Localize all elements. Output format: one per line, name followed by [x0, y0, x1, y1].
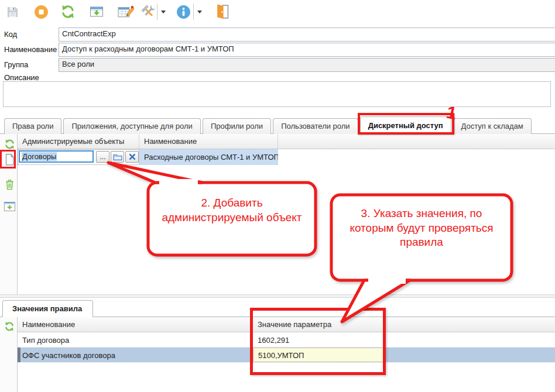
info-dropdown-button[interactable] [195, 2, 204, 21]
code-label: Код [4, 30, 17, 39]
column-header-rule-name[interactable]: Наименование [18, 317, 253, 332]
admin-object-input[interactable]: Договоры [19, 150, 94, 163]
delete-icon [5, 178, 15, 191]
stop-button[interactable] [32, 2, 50, 21]
role-editor-window: Код CntContractExp Наименование Доступ к… [0, 0, 555, 392]
add-table-row-icon [4, 201, 16, 212]
folder-icon [113, 153, 122, 161]
table-edit-icon [118, 5, 134, 19]
name-input[interactable]: Доступ к расходным договорам СМТ-1 и УМТ… [59, 43, 555, 57]
grid-refresh-button[interactable] [2, 137, 16, 151]
save-icon [6, 5, 19, 19]
open-folder-button[interactable] [111, 151, 124, 163]
rule-values-refresh-button[interactable] [2, 319, 16, 333]
exit-door-icon [215, 4, 229, 20]
tab-role-profiles[interactable]: Профили роли [203, 118, 271, 134]
tools-button[interactable] [139, 2, 157, 21]
tools-icon [141, 4, 156, 20]
name-label: Наименование [4, 45, 57, 54]
rule-values-tabstrip: Значения правила [0, 298, 555, 317]
table-row[interactable]: Тип договора 1602,291 [18, 332, 555, 348]
info-icon [176, 5, 191, 19]
column-header-empty [278, 134, 555, 149]
refresh-icon [4, 139, 15, 150]
column-header-empty [385, 317, 555, 332]
tools-dropdown-button[interactable] [159, 2, 168, 21]
table-edit-button[interactable] [117, 2, 135, 21]
stop-icon [34, 5, 49, 19]
table-row: Договоры ... Расходные договоры СМТ-1 и … [18, 149, 555, 165]
table-row[interactable]: ОФС участников договора 5100,УМТОП [18, 348, 555, 363]
param-value-input[interactable]: 5100,УМТОП [253, 348, 385, 362]
toolbar-separator [193, 4, 194, 20]
main-table-header: Администрируемые объекты Наименование [18, 134, 555, 149]
grid-add-row-button[interactable] [2, 200, 16, 214]
toolbar-separator [157, 4, 157, 20]
new-record-icon [5, 153, 15, 166]
discrete-access-panel: Администрируемые объекты Наименование До… [0, 134, 555, 294]
param-value-cell[interactable]: 1602,291 [253, 332, 385, 347]
exit-button[interactable] [213, 2, 231, 21]
rule-values-header: Наименование Значение параметра [18, 317, 555, 332]
admin-object-name-cell[interactable]: Расходные договоры СМТ-1 и УМТОП [139, 149, 278, 165]
description-label: Описание [4, 73, 39, 82]
save-button[interactable] [4, 2, 21, 21]
group-input[interactable]: Все роли [59, 58, 555, 72]
tab-role-users[interactable]: Пользователи роли [273, 118, 358, 134]
tab-role-applications[interactable]: Приложения, доступные для роли [63, 118, 200, 134]
rule-values-side-toolbar [0, 317, 18, 392]
tab-role-rights[interactable]: Права роли [4, 118, 61, 134]
clear-button[interactable] [125, 151, 139, 163]
selected-row-marker [18, 348, 20, 362]
code-input[interactable]: CntContractExp [59, 27, 555, 42]
tab-warehouse-access[interactable]: Доступ к складам [453, 118, 532, 134]
info-button[interactable] [174, 2, 192, 21]
table-import-button[interactable] [88, 2, 105, 21]
tab-rule-values[interactable]: Значения правила [2, 300, 93, 317]
tab-discrete-access-label: Дискретный доступ [368, 121, 443, 130]
dropdown-caret-icon [161, 11, 166, 13]
grid-add-record-button[interactable] [2, 152, 16, 166]
column-header-admin-objects[interactable]: Администрируемые объекты [18, 134, 139, 149]
tab-discrete-access[interactable]: Дискретный доступ 1 [360, 116, 451, 134]
grid-side-toolbar [0, 134, 18, 294]
refresh-button[interactable] [59, 2, 77, 21]
refresh-icon [60, 4, 76, 19]
admin-object-editor-cell[interactable]: Договоры ... [18, 149, 139, 165]
role-tabs: Права роли Приложения, доступные для рол… [0, 115, 555, 134]
rule-name-cell[interactable]: Тип договора [18, 332, 253, 347]
group-label: Группа [4, 60, 28, 69]
browse-ellipsis-button[interactable]: ... [96, 151, 109, 163]
grid-delete-button[interactable] [2, 177, 16, 191]
rule-name-cell[interactable]: ОФС участников договора [18, 348, 253, 362]
dropdown-caret-icon [197, 11, 202, 13]
clear-x-icon [129, 153, 136, 160]
admin-object-value: Договоры [22, 152, 57, 161]
refresh-icon [4, 321, 15, 332]
main-toolbar [0, 0, 555, 25]
description-textarea[interactable] [3, 81, 551, 107]
table-import-icon [89, 5, 104, 19]
rule-values-panel: Значения правила Наименование Значение п… [0, 298, 555, 392]
column-header-name[interactable]: Наименование [139, 134, 278, 149]
column-header-param-value[interactable]: Значение параметра [253, 317, 385, 332]
